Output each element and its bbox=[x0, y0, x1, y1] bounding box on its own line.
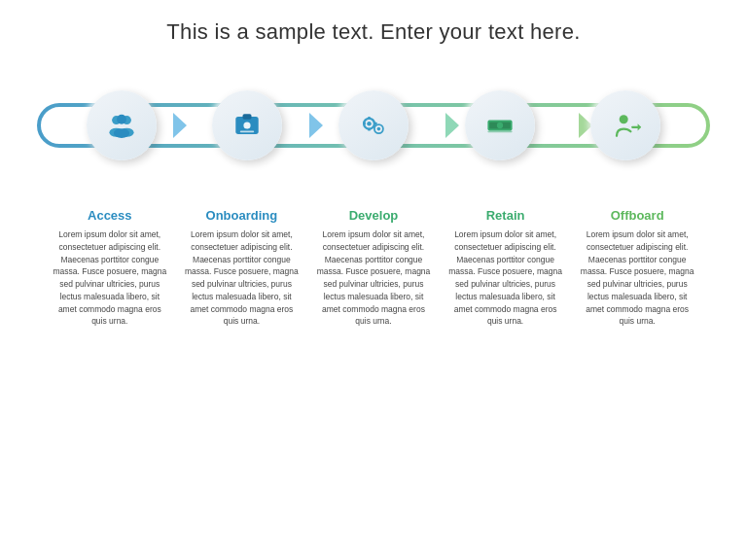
svg-rect-30 bbox=[487, 130, 512, 132]
svg-point-29 bbox=[496, 122, 502, 128]
svg-marker-33 bbox=[638, 123, 642, 130]
svg-rect-24 bbox=[368, 128, 371, 131]
gears-icon bbox=[356, 108, 391, 143]
col-offboard: Offboard Lorem ipsum dolor sit amet, con… bbox=[578, 208, 696, 328]
circle-retain bbox=[465, 90, 535, 160]
exit-icon bbox=[608, 108, 643, 143]
onboarding-icon-circle bbox=[212, 90, 282, 160]
people-icon bbox=[104, 108, 139, 143]
develop-icon-circle bbox=[338, 90, 409, 160]
onboarding-body: Lorem ipsum dolor sit amet, consectetuer… bbox=[182, 228, 301, 328]
labels-row: Access Lorem ipsum dolor sit amet, conse… bbox=[29, 208, 718, 328]
col-retain: Retain Lorem ipsum dolor sit amet, conse… bbox=[446, 208, 565, 328]
access-body: Lorem ipsum dolor sit amet, consectetuer… bbox=[51, 228, 169, 328]
retain-body: Lorem ipsum dolor sit amet, consectetuer… bbox=[446, 228, 565, 328]
access-title: Access bbox=[51, 208, 169, 223]
circle-access bbox=[87, 90, 157, 160]
circles-row bbox=[29, 90, 718, 160]
develop-body: Lorem ipsum dolor sit amet, consectetuer… bbox=[314, 228, 433, 328]
circle-develop bbox=[338, 90, 409, 160]
access-icon-circle bbox=[87, 90, 157, 160]
retain-title: Retain bbox=[446, 208, 565, 223]
flow-container bbox=[29, 62, 718, 189]
svg-rect-16 bbox=[243, 114, 252, 119]
page-wrapper: This is a sample text. Enter your text h… bbox=[0, 0, 747, 560]
offboard-icon-circle bbox=[590, 90, 660, 160]
circle-offboard bbox=[590, 90, 660, 160]
onboarding-title: Onboarding bbox=[182, 208, 301, 223]
svg-rect-18 bbox=[240, 130, 254, 132]
svg-point-13 bbox=[117, 115, 126, 124]
money-icon bbox=[482, 108, 517, 143]
svg-rect-26 bbox=[374, 122, 377, 125]
offboard-title: Offboard bbox=[578, 208, 696, 223]
svg-point-20 bbox=[367, 122, 372, 126]
page-title: This is a sample text. Enter your text h… bbox=[29, 19, 718, 45]
offboard-body: Lorem ipsum dolor sit amet, consectetuer… bbox=[578, 228, 696, 328]
develop-title: Develop bbox=[314, 208, 433, 223]
svg-point-31 bbox=[620, 115, 628, 123]
col-onboarding: Onboarding Lorem ipsum dolor sit amet, c… bbox=[182, 208, 301, 328]
svg-point-17 bbox=[244, 122, 251, 128]
svg-rect-25 bbox=[363, 122, 366, 125]
svg-point-14 bbox=[114, 128, 129, 138]
svg-point-22 bbox=[377, 127, 381, 131]
col-access: Access Lorem ipsum dolor sit amet, conse… bbox=[51, 208, 169, 328]
col-develop: Develop Lorem ipsum dolor sit amet, cons… bbox=[314, 208, 433, 328]
badge-icon bbox=[230, 108, 265, 143]
circle-onboarding bbox=[212, 90, 282, 160]
svg-rect-23 bbox=[368, 117, 371, 120]
retain-icon-circle bbox=[465, 90, 535, 160]
